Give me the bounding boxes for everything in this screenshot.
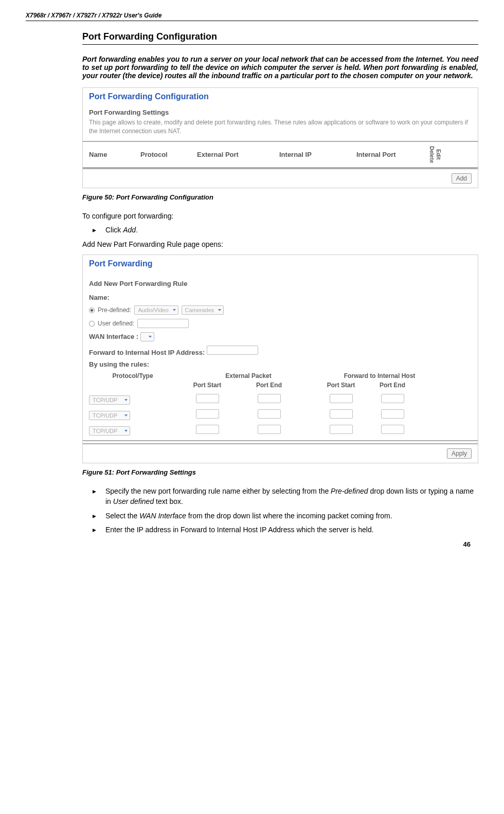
bullet-text-0: Specify the new port forwarding rule nam… — [105, 486, 478, 507]
userdefined-input[interactable] — [137, 319, 189, 328]
title-underline — [82, 44, 478, 45]
fig2-subtitle: Add New Port Forwarding Rule — [83, 277, 478, 288]
predefined-select-1[interactable]: Audio/Video — [134, 305, 178, 315]
fig1-title: Port Forwarding Configuration — [83, 88, 478, 105]
section-title: Port Forwarding Configuration — [82, 31, 478, 42]
fwd-start-2[interactable] — [330, 409, 353, 419]
predefined-row: Pre-defined: Audio/Video Camerades — [83, 303, 478, 317]
by-rules-label: By using the rules: — [83, 358, 478, 370]
forward-to-row: Forward to Internal Host IP Address: — [83, 343, 478, 358]
fig2-name-label: Name: — [83, 292, 478, 303]
predefined-radio[interactable] — [89, 307, 95, 313]
wan-interface-label: WAN Interface : — [89, 333, 138, 340]
bullet-click-add: ▸ Click Add. — [93, 225, 478, 236]
forward-to-label: Forward to Internal Host IP Address: — [89, 349, 205, 356]
userdefined-radio[interactable] — [89, 321, 95, 327]
rules-subheader-row: Port Start Port End Port Start Port End — [83, 382, 478, 392]
col-protocol: Protocol — [140, 151, 197, 158]
ext-start-1[interactable] — [196, 394, 219, 403]
forward-to-input[interactable] — [207, 346, 258, 355]
fig2-footer: Apply — [83, 443, 478, 463]
figure-50: Port Forwarding Configuration Port Forwa… — [82, 87, 478, 188]
header-suffix: User's Guide — [122, 12, 161, 19]
ext-end-1[interactable] — [258, 394, 281, 403]
col-forward-host: Forward to Internal Host — [320, 372, 439, 379]
bullet1-em: Add — [123, 226, 136, 234]
col-internal-ip: Internal IP — [279, 151, 356, 158]
ext-start-3[interactable] — [196, 425, 219, 434]
header-models: X7968r / X7967r / X7927r / X7922r — [26, 12, 122, 19]
col-internal-port: Internal Port — [356, 151, 428, 158]
body-text-1: To configure port forwarding: — [82, 211, 478, 222]
fwd-end-2[interactable] — [381, 409, 404, 419]
bullet-marker-icon: ▸ — [93, 511, 105, 521]
wan-interface-select[interactable] — [140, 332, 154, 341]
predefined-select-2[interactable]: Camerades — [182, 305, 224, 315]
fig2-title: Port Forwarding — [83, 255, 478, 273]
fig1-footer: Add — [83, 168, 478, 188]
bullet1-suffix: . — [136, 226, 138, 234]
bullet-marker-icon: ▸ — [93, 525, 105, 535]
fwd-start-3[interactable] — [330, 425, 353, 434]
header-line: X7968r / X7967r / X7927r / X7922r User's… — [26, 10, 478, 21]
figure-51-caption: Figure 51: Port Forwarding Settings — [82, 468, 478, 476]
proto-select-1[interactable]: TCP/UDP — [89, 395, 130, 405]
proto-select-3[interactable]: TCP/UDP — [89, 426, 130, 436]
rules-row-2: TCP/UDP — [83, 407, 478, 423]
col-edit: Edit — [435, 149, 442, 160]
proto-select-2[interactable]: TCP/UDP — [89, 411, 130, 420]
fig1-table-header: Name Protocol External Port Internal IP … — [83, 141, 478, 168]
predefined-label: Pre-defined: — [98, 306, 131, 314]
bullet-text-1: Select the WAN Interface from the drop d… — [105, 511, 478, 521]
bullet-text-2: Enter the IP address in Forward to Inter… — [105, 525, 478, 535]
col-external-port: External Port — [197, 151, 279, 158]
page-number: 46 — [26, 540, 478, 548]
col-delete: Delete — [428, 146, 435, 163]
bullet-item-2: ▸Enter the IP address in Forward to Inte… — [93, 525, 478, 535]
ext-end-3[interactable] — [258, 425, 281, 434]
add-button[interactable]: Add — [452, 173, 472, 184]
fig1-subtitle: Port Forwarding Settings — [83, 105, 478, 117]
ext-end-2[interactable] — [258, 409, 281, 419]
rules-row-1: TCP/UDP — [83, 392, 478, 407]
userdefined-label: User defined: — [98, 320, 134, 327]
fwd-start-1[interactable] — [330, 394, 353, 403]
rules-header-row: Protocol/Type External Packet Forward to… — [83, 370, 478, 382]
userdefined-row: User defined: — [83, 317, 478, 330]
intro-paragraph: Port forwarding enables you to run a ser… — [82, 55, 478, 80]
fig1-description: This page allows to create, modify and d… — [83, 117, 478, 141]
divider — [83, 440, 478, 441]
ext-port-end: Port End — [238, 382, 300, 389]
figure-50-caption: Figure 50: Port Forwarding Configuration — [82, 193, 478, 201]
figure-51: Port Forwarding Add New Port Forwarding … — [82, 255, 478, 463]
ext-start-2[interactable] — [196, 409, 219, 419]
fwd-port-start: Port Start — [315, 382, 367, 389]
body-text-2: Add New Part Forwarding Rule page opens: — [82, 240, 478, 250]
col-external-packet: External Packet — [176, 372, 320, 379]
apply-button[interactable]: Apply — [447, 448, 472, 459]
bullet-marker-icon: ▸ — [93, 486, 105, 507]
col-protocol-type: Protocol/Type — [89, 372, 176, 379]
fwd-end-1[interactable] — [381, 394, 404, 403]
bullet-item-0: ▸Specify the new port forwarding rule na… — [93, 486, 478, 507]
bullet-item-1: ▸Select the WAN Interface from the drop … — [93, 511, 478, 521]
bullet1-prefix: Click — [105, 226, 123, 234]
fwd-end-3[interactable] — [381, 425, 404, 434]
wan-interface-row: WAN Interface : — [83, 330, 478, 343]
col-name: Name — [89, 151, 140, 158]
ext-port-start: Port Start — [176, 382, 238, 389]
rules-row-3: TCP/UDP — [83, 423, 478, 438]
fwd-port-end: Port End — [367, 382, 418, 389]
bullet-marker-icon: ▸ — [93, 225, 105, 236]
